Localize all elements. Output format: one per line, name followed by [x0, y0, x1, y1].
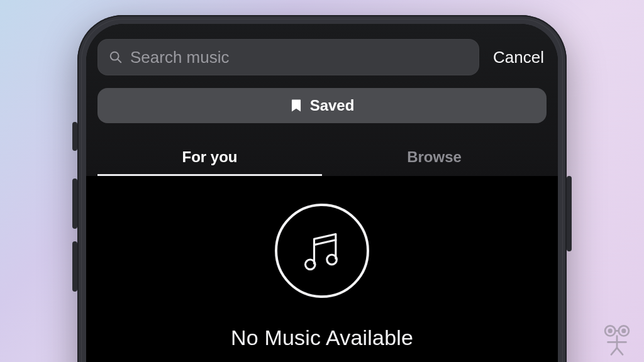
- search-input[interactable]: [97, 39, 479, 75]
- bookmark-icon: [290, 99, 303, 112]
- svg-line-11: [617, 348, 623, 354]
- tabs: For you Browse: [97, 137, 547, 176]
- empty-state: No Music Available: [86, 176, 558, 362]
- empty-state-title: No Music Available: [231, 326, 413, 350]
- phone-side-button: [567, 176, 572, 251]
- phone-frame: Cancel Saved For you Browse: [77, 15, 567, 362]
- svg-line-1: [118, 59, 121, 62]
- svg-point-2: [305, 260, 315, 270]
- saved-button[interactable]: Saved: [97, 88, 547, 123]
- svg-point-7: [623, 329, 626, 332]
- search-icon: [109, 50, 123, 64]
- svg-point-6: [609, 329, 612, 332]
- cancel-button[interactable]: Cancel: [491, 48, 547, 67]
- tab-browse[interactable]: Browse: [322, 137, 547, 176]
- search-row: Cancel: [97, 39, 547, 75]
- search-text-field[interactable]: [130, 48, 468, 67]
- svg-point-3: [327, 255, 337, 265]
- phone-side-button: [72, 122, 77, 151]
- watermark-robot-icon: [600, 322, 634, 356]
- phone-screen: Cancel Saved For you Browse: [86, 24, 558, 362]
- phone-side-button: [72, 178, 77, 229]
- saved-label: Saved: [310, 97, 355, 114]
- svg-line-10: [611, 348, 617, 354]
- music-picker-header: Cancel Saved For you Browse: [86, 24, 558, 176]
- tab-for-you[interactable]: For you: [97, 137, 322, 176]
- phone-side-button: [72, 241, 77, 292]
- music-note-icon: [275, 204, 369, 298]
